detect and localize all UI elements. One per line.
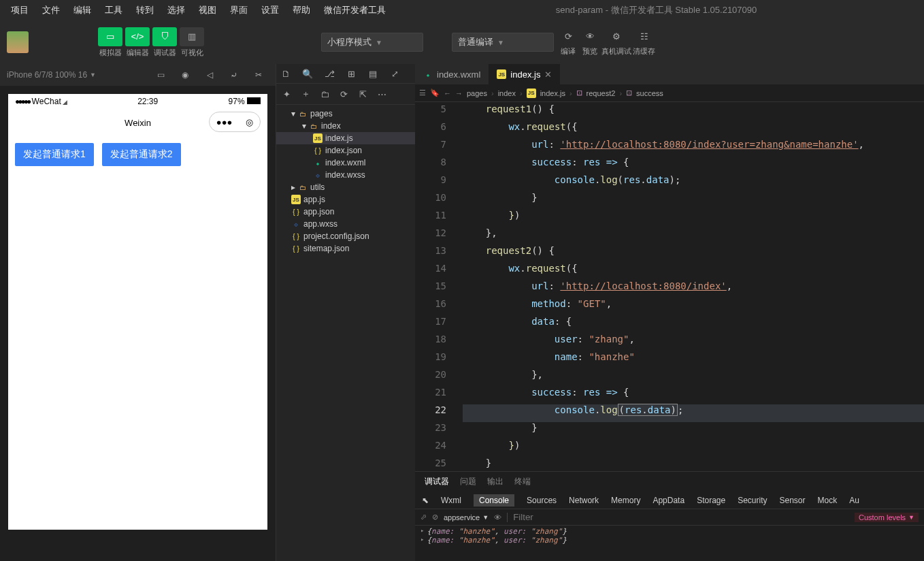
tree-index[interactable]: ▾ 🗀 index — [276, 120, 415, 132]
device-icon[interactable]: ▭ — [150, 67, 171, 83]
device-select[interactable]: iPhone 6/7/8 100% 16 ▼ — [7, 70, 96, 80]
bc-fwd[interactable]: → — [455, 89, 463, 97]
collapse-icon[interactable]: ⇱ — [357, 88, 369, 100]
expand-icon[interactable]: ⤢ — [388, 67, 401, 80]
tree-project.config.json[interactable]: { } project.config.json — [276, 230, 415, 242]
dt-Console[interactable]: Console — [474, 494, 514, 507]
eye-icon[interactable]: 👁 — [494, 513, 501, 522]
refresh-icon[interactable]: ⟳ — [337, 88, 350, 100]
dt-Wxml[interactable]: Wxml — [441, 496, 461, 505]
explorer-icon[interactable]: 🗋 — [279, 67, 293, 80]
menu-工具[interactable]: 工具 — [98, 2, 129, 18]
filter-input[interactable] — [513, 512, 849, 522]
close-icon[interactable]: ✕ — [544, 69, 552, 80]
action-a[interactable]: ✦ — [280, 88, 293, 100]
bc-0[interactable]: pages — [467, 89, 487, 97]
menu-帮助[interactable]: 帮助 — [286, 2, 317, 18]
menu-dots-icon[interactable]: ●●● — [216, 117, 233, 127]
tree-index.wxml[interactable]: ⬥ index.wxml — [276, 157, 415, 169]
tab-index.wxml[interactable]: ⬥index.wxml — [415, 64, 489, 84]
bc-icon2[interactable]: 🔖 — [430, 89, 440, 97]
clear-console-icon[interactable]: ⊘ — [432, 513, 438, 522]
record-icon[interactable]: ◉ — [175, 67, 195, 83]
tree-app.wxss[interactable]: ⟐ app.wxss — [276, 218, 415, 230]
request1-button[interactable]: 发起普通请求1 — [15, 143, 94, 166]
bc-1[interactable]: index — [498, 89, 516, 97]
branch-icon[interactable]: ⎇ — [323, 67, 336, 80]
context-select[interactable]: appservice ▼ — [444, 513, 489, 522]
menu-视图[interactable]: 视图 — [192, 2, 223, 18]
bp-output[interactable]: 输出 — [487, 476, 504, 487]
cut-icon[interactable]: ✂ — [248, 67, 269, 83]
compile-icon[interactable]: ⟳ — [558, 29, 578, 45]
debugger-button[interactable]: ⛉ — [152, 27, 177, 46]
preview-icon[interactable]: 👁 — [580, 29, 600, 45]
ctx-label: appservice — [444, 513, 480, 522]
editor-button[interactable]: </> — [125, 27, 150, 46]
more-icon[interactable]: ⋯ — [376, 88, 388, 100]
tree-index.js[interactable]: JS index.js — [276, 132, 415, 144]
menu-项目[interactable]: 项目 — [4, 2, 35, 18]
dt-Memory[interactable]: Memory — [611, 496, 640, 505]
close-target-icon[interactable]: ◎ — [246, 117, 253, 127]
levels-select[interactable]: Custom levels ▼ — [855, 513, 919, 522]
tree-app.json[interactable]: { } app.json — [276, 206, 415, 218]
dt-Mock[interactable]: Mock — [818, 496, 838, 505]
simulator-button[interactable]: ▭ — [98, 27, 122, 46]
bp-terminal[interactable]: 终端 — [514, 476, 531, 487]
dt-Network[interactable]: Network — [569, 496, 599, 505]
new-folder-icon[interactable]: 🗀 — [318, 88, 331, 100]
tab-index.js[interactable]: JSindex.js✕ — [489, 64, 560, 84]
menu-选择[interactable]: 选择 — [161, 2, 192, 18]
dt-Sources[interactable]: Sources — [527, 496, 557, 505]
tree-app.js[interactable]: JS app.js — [276, 193, 415, 206]
menu-设置[interactable]: 设置 — [254, 2, 286, 18]
tree-utils[interactable]: ▸ 🗀 utils — [276, 181, 415, 193]
bp-debugger[interactable]: 调试器 — [425, 476, 449, 487]
inspect-icon[interactable]: ⬀ — [420, 513, 427, 522]
menu-微信开发者工具[interactable]: 微信开发者工具 — [317, 2, 393, 18]
bc-icon1[interactable]: ☰ — [419, 89, 426, 97]
clear-cache-icon[interactable]: ☷ — [634, 29, 655, 45]
console-row[interactable]: ▸ {name: "hanzhe", user: "zhang"} — [420, 536, 919, 545]
mode-select[interactable]: 小程序模式▼ — [321, 33, 423, 52]
menu-文件[interactable]: 文件 — [35, 2, 67, 18]
tree-index.json[interactable]: { } index.json — [276, 144, 415, 157]
dt-Storage[interactable]: Storage — [697, 496, 725, 505]
bp-problems[interactable]: 问题 — [460, 476, 476, 487]
levels-label: Custom levels — [859, 513, 906, 522]
status-battery: 97% — [229, 97, 261, 106]
panel-icon[interactable]: ▤ — [366, 67, 380, 80]
new-file-icon[interactable]: ＋ — [299, 88, 312, 100]
capsule[interactable]: ●●●◎ — [209, 112, 261, 132]
page-title: Weixin — [125, 118, 151, 128]
dt-Sensor[interactable]: Sensor — [780, 496, 806, 505]
mute-icon[interactable]: ◁ — [199, 67, 220, 83]
compile-select[interactable]: 普通编译▼ — [452, 33, 554, 52]
remote-debug-icon[interactable]: ⚙ — [606, 29, 627, 45]
tree-sitemap.json[interactable]: { } sitemap.json — [276, 242, 415, 255]
request2-button[interactable]: 发起普通请求2 — [102, 143, 181, 166]
dt-Au[interactable]: Au — [849, 496, 859, 505]
menu-转到[interactable]: 转到 — [129, 2, 161, 18]
menu-编辑[interactable]: 编辑 — [67, 2, 98, 18]
layout-icon[interactable]: ⊞ — [344, 67, 358, 80]
rotate-icon[interactable]: ⤾ — [224, 67, 244, 83]
visual-button[interactable]: ▥ — [180, 27, 204, 46]
menu-界面[interactable]: 界面 — [223, 2, 254, 18]
compile-action-label: 编译 — [561, 46, 576, 57]
bc-3[interactable]: request2 — [587, 89, 616, 97]
search-icon[interactable]: 🔍 — [301, 67, 314, 80]
bc-4[interactable]: success — [636, 89, 663, 97]
bc-back[interactable]: ← — [444, 89, 451, 97]
tree-index.wxss[interactable]: ⟐ index.wxss — [276, 169, 415, 181]
dt-pointer[interactable]: ⬉ — [422, 496, 429, 505]
dt-AppData[interactable]: AppData — [653, 496, 684, 505]
simulator-panel: iPhone 6/7/8 100% 16 ▼ ▭ ◉ ◁ ⤾ ✂ ●●●●● W… — [0, 64, 276, 561]
bc-2[interactable]: index.js — [540, 89, 565, 97]
avatar[interactable] — [7, 31, 29, 53]
console-row[interactable]: ▸ {name: "hanzhe", user: "zhang"} — [420, 527, 919, 536]
dt-Security[interactable]: Security — [738, 496, 767, 505]
tree-pages[interactable]: ▾ 🗀 pages — [276, 108, 415, 120]
code-editor[interactable]: 5678910111213141516171819202122232425 re… — [415, 102, 924, 471]
